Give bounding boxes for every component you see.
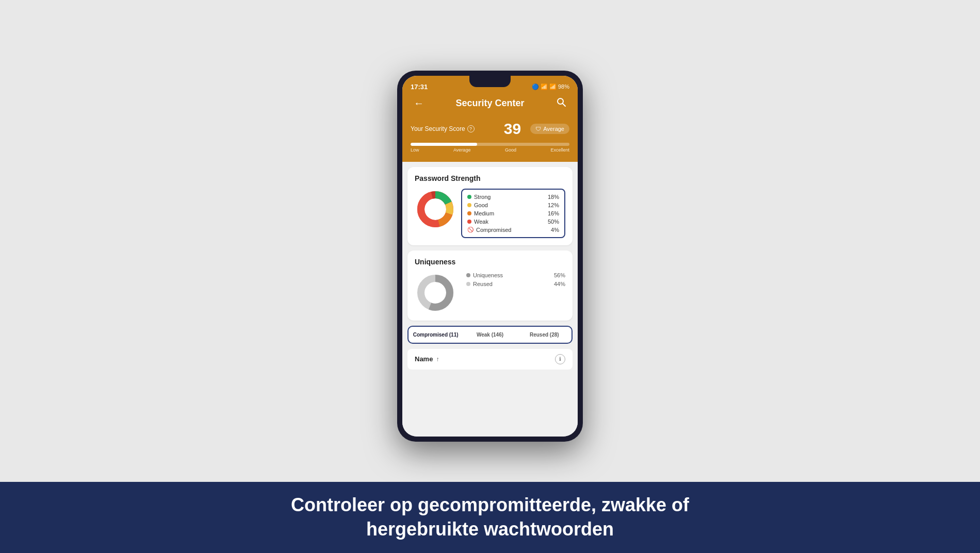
compromised-ban-icon: 🚫 [467, 227, 473, 232]
password-strength-card: Password Strength [407, 167, 573, 245]
battery-text: 98% [558, 83, 569, 90]
search-button[interactable] [553, 97, 569, 110]
phone-screen: 17:31 🔵 📶 📶 98% ← Security Center [402, 76, 578, 437]
uniqueness-donut-chart [415, 272, 456, 313]
bottom-banner: Controleer op gecompromitteerde, zwakke … [0, 482, 980, 553]
progress-label-average: Average [453, 147, 470, 153]
progress-label-excellent: Excellent [550, 147, 569, 153]
progress-label-low: Low [411, 147, 419, 153]
status-icons: 🔵 📶 📶 98% [532, 83, 569, 90]
score-number: 39 [504, 120, 521, 138]
svg-point-11 [425, 282, 446, 303]
tab-weak[interactable]: Weak (146) [463, 327, 517, 343]
uniqueness-chart-row: Uniqueness 56% Reused 44% [415, 272, 565, 313]
password-chart-row: Strong 18% Good 12% [415, 189, 565, 238]
name-row: Name ↑ ℹ [407, 349, 573, 370]
sort-icon[interactable]: ↑ [436, 356, 439, 363]
uniqueness-legend: Uniqueness 56% Reused 44% [461, 272, 565, 290]
info-icon[interactable]: ℹ [555, 354, 565, 364]
weak-dot [467, 220, 471, 224]
score-help-icon[interactable]: ? [467, 125, 475, 132]
uniqueness-legend-unique: Uniqueness 56% [466, 272, 565, 278]
uniqueness-legend-reused: Reused 44% [466, 281, 565, 287]
password-strength-title: Password Strength [415, 174, 565, 182]
page-title: Security Center [427, 98, 553, 109]
content-area: Password Strength [402, 162, 578, 437]
page-wrapper: 17:31 🔵 📶 📶 98% ← Security Center [0, 0, 980, 553]
strong-dot [467, 195, 471, 199]
progress-label-good: Good [505, 147, 516, 153]
tab-reused[interactable]: Reused (28) [517, 327, 571, 343]
svg-point-8 [425, 199, 446, 220]
legend-compromised: 🚫 Compromised 4% [467, 227, 559, 233]
unique-dot [466, 273, 470, 277]
legend-strong: Strong 18% [467, 194, 559, 200]
phone-frame: 17:31 🔵 📶 📶 98% ← Security Center [397, 71, 583, 442]
progress-labels: Low Average Good Excellent [411, 147, 569, 153]
tabs-bar: Compromised (11) Weak (146) Reused (28) [407, 326, 573, 344]
svg-line-1 [563, 104, 565, 106]
progress-track [411, 143, 569, 146]
score-section: Your Security Score ? 39 🛡 Average Low [402, 117, 578, 162]
uniqueness-card: Uniqueness [407, 250, 573, 321]
password-legend-box: Strong 18% Good 12% [461, 189, 565, 238]
wifi-icon: 📶 [541, 83, 548, 90]
good-dot [467, 203, 471, 207]
status-time: 17:31 [411, 83, 428, 91]
progress-fill [411, 143, 477, 146]
legend-medium: Medium 16% [467, 210, 559, 216]
reused-dot [466, 282, 470, 286]
tab-compromised[interactable]: Compromised (11) [409, 327, 463, 343]
score-badge: 🛡 Average [530, 124, 569, 134]
score-label: Your Security Score ? [411, 125, 475, 132]
notch [469, 76, 511, 87]
signal-icon: 📶 [549, 83, 557, 90]
name-sort-area[interactable]: Name ↑ [415, 355, 439, 363]
top-bar: ← Security Center [402, 93, 578, 117]
legend-weak: Weak 50% [467, 219, 559, 225]
medium-dot [467, 211, 471, 215]
banner-text: Controleer op gecompromitteerde, zwakke … [21, 493, 959, 542]
password-donut-chart [415, 189, 456, 230]
shield-icon: 🛡 [535, 126, 541, 132]
name-label: Name [415, 355, 433, 363]
back-button[interactable]: ← [411, 97, 427, 109]
legend-good: Good 12% [467, 202, 559, 208]
progress-bar-container: Low Average Good Excellent [411, 143, 569, 153]
bluetooth-icon: 🔵 [532, 83, 539, 90]
uniqueness-title: Uniqueness [415, 258, 565, 266]
